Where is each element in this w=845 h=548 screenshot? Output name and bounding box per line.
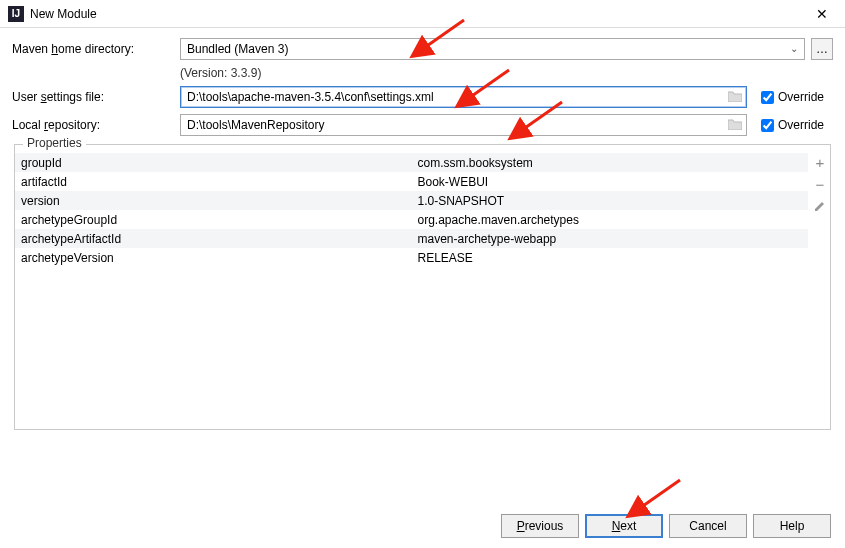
property-key: archetypeVersion — [15, 248, 412, 267]
properties-table: groupIdcom.ssm.booksystemartifactIdBook-… — [15, 153, 808, 267]
property-value: Book-WEBUI — [412, 172, 809, 191]
property-key: groupId — [15, 153, 412, 172]
property-key: archetypeArtifactId — [15, 229, 412, 248]
add-property-button[interactable]: + — [811, 153, 829, 171]
folder-icon[interactable] — [728, 90, 742, 105]
settings-file-input[interactable]: D:\tools\apache-maven-3.5.4\conf\setting… — [180, 86, 747, 108]
local-repository-value: D:\tools\MavenRepository — [187, 118, 324, 132]
chevron-down-icon: ⌄ — [790, 43, 798, 54]
local-repository-label: Local repository: — [12, 118, 180, 132]
maven-home-label: Maven home directory: — [12, 42, 180, 56]
table-row[interactable]: archetypeArtifactIdmaven-archetype-webap… — [15, 229, 808, 248]
close-icon[interactable]: ✕ — [807, 6, 837, 22]
edit-property-button[interactable] — [811, 197, 829, 215]
local-repository-input[interactable]: D:\tools\MavenRepository — [180, 114, 747, 136]
table-row[interactable]: groupIdcom.ssm.booksystem — [15, 153, 808, 172]
properties-legend: Properties — [23, 136, 86, 150]
property-value: maven-archetype-webapp — [412, 229, 809, 248]
override-settings-checkbox[interactable]: Override — [757, 88, 833, 107]
property-value: 1.0-SNAPSHOT — [412, 191, 809, 210]
window-title: New Module — [30, 7, 807, 21]
table-row[interactable]: archetypeVersionRELEASE — [15, 248, 808, 267]
property-value: RELEASE — [412, 248, 809, 267]
app-icon: IJ — [8, 6, 24, 22]
maven-home-value: Bundled (Maven 3) — [187, 42, 288, 56]
settings-file-label: User settings file: — [12, 90, 180, 104]
property-key: artifactId — [15, 172, 412, 191]
table-row[interactable]: archetypeGroupIdorg.apache.maven.archety… — [15, 210, 808, 229]
maven-version-text: (Version: 3.3.9) — [180, 66, 833, 80]
table-row[interactable]: version1.0-SNAPSHOT — [15, 191, 808, 210]
table-row[interactable]: artifactIdBook-WEBUI — [15, 172, 808, 191]
titlebar: IJ New Module ✕ — [0, 0, 845, 28]
annotation-arrow — [636, 478, 682, 515]
property-key: archetypeGroupId — [15, 210, 412, 229]
help-button[interactable]: Help — [753, 514, 831, 538]
cancel-button[interactable]: Cancel — [669, 514, 747, 538]
remove-property-button[interactable]: − — [811, 175, 829, 193]
previous-button[interactable]: Previous — [501, 514, 579, 538]
properties-panel: Properties groupIdcom.ssm.booksystemarti… — [14, 144, 831, 430]
dialog-button-bar: Previous Next Cancel Help — [501, 514, 831, 538]
svg-line-3 — [640, 480, 680, 508]
settings-file-value: D:\tools\apache-maven-3.5.4\conf\setting… — [187, 90, 434, 104]
property-value: com.ssm.booksystem — [412, 153, 809, 172]
property-value: org.apache.maven.archetypes — [412, 210, 809, 229]
override-repo-checkbox[interactable]: Override — [757, 116, 833, 135]
next-button[interactable]: Next — [585, 514, 663, 538]
folder-icon[interactable] — [728, 118, 742, 133]
property-key: version — [15, 191, 412, 210]
browse-maven-home-button[interactable]: … — [811, 38, 833, 60]
maven-home-combo[interactable]: Bundled (Maven 3) ⌄ — [180, 38, 805, 60]
